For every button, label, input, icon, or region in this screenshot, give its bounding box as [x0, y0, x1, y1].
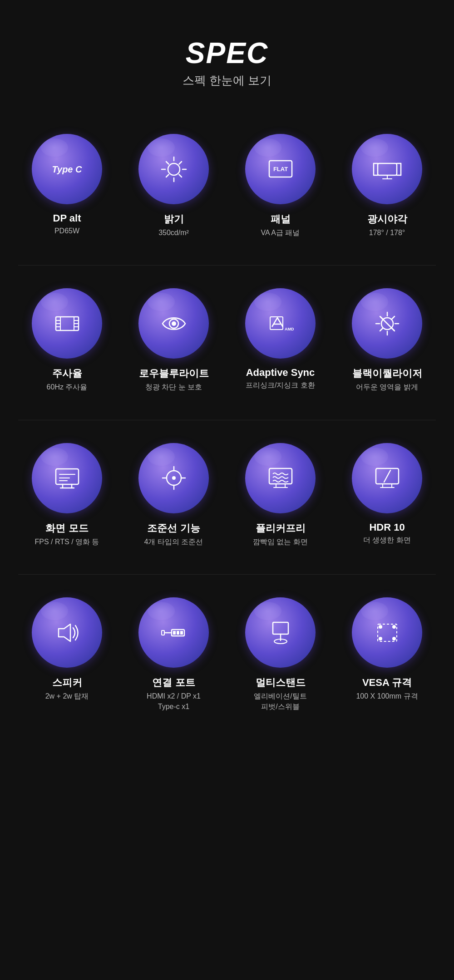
spec-desc-brightness: 350cd/m²	[158, 228, 189, 238]
spec-name-low-blue: 로우블루라이트	[139, 367, 209, 380]
spec-desc-black-equalizer: 어두운 영역을 밝게	[356, 382, 418, 392]
svg-marker-65	[59, 624, 70, 641]
spec-item-panel: FLAT 패널 VA A급 패널	[232, 134, 329, 238]
spec-desc-crosshair: 4개 타입의 조준선	[144, 537, 203, 547]
spec-name-ports: 연결 포트	[152, 676, 195, 689]
spec-item-viewing-angle: 광시야각 178° / 178°	[338, 134, 436, 238]
spec-item-black-equalizer: 블랙이퀄라이저 어두운 영역을 밝게	[338, 288, 436, 392]
circle-speaker	[32, 597, 102, 668]
svg-rect-71	[162, 630, 164, 635]
spec-desc-adaptive-sync: 프리싱크/지싱크 호환	[246, 380, 315, 390]
spec-desc-vesa: 100 X 100mm 규격	[356, 691, 418, 701]
svg-point-77	[393, 625, 395, 628]
stand-icon	[265, 617, 296, 649]
circle-stand	[245, 597, 316, 668]
circle-screen-mode	[32, 443, 102, 513]
spec-name-vesa: VESA 규격	[362, 676, 412, 689]
type-c-icon: Type C	[52, 164, 82, 175]
spec-item-stand: 멀티스탠드 엘리베이션/틸트 피벗/스위블	[232, 597, 329, 712]
svg-text:FLAT: FLAT	[273, 166, 287, 172]
spec-item-refresh-rate: 주사율 60Hz 주사율	[18, 288, 116, 392]
page-container: SPEC 스펙 한눈에 보기 Type C DP alt PD65W	[0, 0, 454, 784]
circle-dp-alt: Type C	[32, 134, 102, 204]
spec-section-2: 주사율 60Hz 주사율 로우블루라이트 청광 차단 눈 보호	[0, 270, 454, 410]
svg-rect-68	[177, 631, 179, 634]
svg-line-8	[166, 174, 169, 177]
spec-name-dp-alt: DP alt	[53, 212, 81, 224]
spec-name-panel: 패널	[271, 212, 291, 226]
spec-desc-speaker: 2w + 2w 탑재	[45, 691, 89, 701]
svg-point-0	[168, 163, 180, 175]
spec-section-3: 화면 모드 FPS / RTS / 영화 등 조준선 기능 4개 타입의 조준선	[0, 425, 454, 565]
svg-point-76	[379, 625, 382, 628]
page-subtitle: 스펙 한눈에 보기	[0, 73, 454, 89]
spec-item-ports: 연결 포트 HDMI x2 / DP x1 Type-c x1	[125, 597, 222, 712]
divider-3	[18, 574, 436, 575]
divider-2	[18, 420, 436, 420]
svg-rect-56	[269, 468, 292, 484]
spec-item-vesa: VESA 규격 100 X 100mm 규격	[338, 597, 436, 712]
svg-point-78	[379, 637, 382, 640]
spec-item-crosshair: 조준선 기능 4개 타입의 조준선	[125, 443, 222, 547]
svg-point-55	[173, 477, 175, 479]
page-title: SPEC	[0, 36, 454, 70]
circle-viewing-angle	[352, 134, 422, 204]
svg-rect-43	[56, 469, 79, 484]
spec-desc-panel: VA A급 패널	[261, 228, 300, 238]
spec-desc-ports: HDMI x2 / DP x1 Type-c x1	[147, 691, 201, 712]
svg-point-30	[172, 322, 176, 325]
film-icon	[51, 308, 83, 340]
circle-vesa	[352, 597, 422, 668]
svg-rect-11	[378, 163, 397, 175]
ports-icon	[158, 617, 190, 649]
crosshair-icon	[158, 462, 190, 494]
svg-line-6	[179, 174, 182, 177]
spec-name-flicker-free: 플리커프리	[256, 522, 306, 535]
spec-item-low-blue: 로우블루라이트 청광 차단 눈 보호	[125, 288, 222, 392]
spec-desc-refresh-rate: 60Hz 주사율	[47, 382, 88, 392]
svg-point-79	[393, 637, 395, 640]
spec-desc-flicker-free: 깜빡임 없는 화면	[253, 537, 308, 547]
divider-1	[18, 265, 436, 266]
spec-desc-stand: 엘리베이션/틸트 피벗/스위블	[254, 691, 306, 712]
spec-name-brightness: 밝기	[164, 212, 184, 226]
eye-icon	[158, 308, 190, 340]
flat-panel-icon: FLAT	[265, 153, 296, 185]
circle-crosshair	[138, 443, 209, 513]
svg-line-41	[380, 328, 383, 331]
spec-item-screen-mode: 화면 모드 FPS / RTS / 영화 등	[18, 443, 116, 547]
spec-desc-screen-mode: FPS / RTS / 영화 등	[35, 537, 99, 547]
spec-item-speaker: 스피커 2w + 2w 탑재	[18, 597, 116, 712]
header: SPEC 스펙 한눈에 보기	[0, 36, 454, 89]
svg-line-64	[384, 470, 390, 482]
circle-brightness	[138, 134, 209, 204]
svg-line-40	[392, 316, 395, 319]
spec-name-screen-mode: 화면 모드	[45, 522, 88, 535]
spec-item-brightness: 밝기 350cd/m²	[125, 134, 222, 238]
spec-desc-low-blue: 청광 차단 눈 보호	[145, 382, 202, 392]
spec-name-stand: 멀티스탠드	[256, 676, 306, 689]
brightness-slash-icon	[371, 308, 403, 340]
sun-icon	[158, 153, 190, 185]
svg-line-5	[166, 162, 169, 164]
spec-name-speaker: 스피커	[52, 676, 82, 689]
spec-item-adaptive-sync: AMD Adaptive Sync 프리싱크/지싱크 호환	[232, 288, 329, 392]
spec-section-4: 스피커 2w + 2w 탑재 연결 포트 HDMI x2 / DP x1 Typ…	[0, 579, 454, 730]
monitor-mode-icon	[51, 462, 83, 494]
spec-item-dp-alt: Type C DP alt PD65W	[18, 134, 116, 238]
speaker-icon	[51, 617, 83, 649]
spec-desc-viewing-angle: 178° / 178°	[369, 228, 405, 238]
circle-refresh-rate	[32, 288, 102, 359]
spec-name-crosshair: 조준선 기능	[147, 522, 200, 535]
spec-name-hdr: HDR 10	[369, 522, 405, 533]
amd-icon: AMD	[265, 308, 296, 340]
circle-adaptive-sync: AMD	[245, 288, 316, 359]
spec-name-adaptive-sync: Adaptive Sync	[246, 367, 315, 379]
svg-line-7	[179, 162, 182, 164]
circle-hdr	[352, 443, 422, 513]
svg-rect-67	[173, 631, 175, 634]
flicker-free-icon	[265, 462, 296, 494]
svg-text:AMD: AMD	[285, 327, 294, 331]
spec-name-viewing-angle: 광시야각	[367, 212, 407, 226]
vesa-icon	[371, 617, 403, 649]
